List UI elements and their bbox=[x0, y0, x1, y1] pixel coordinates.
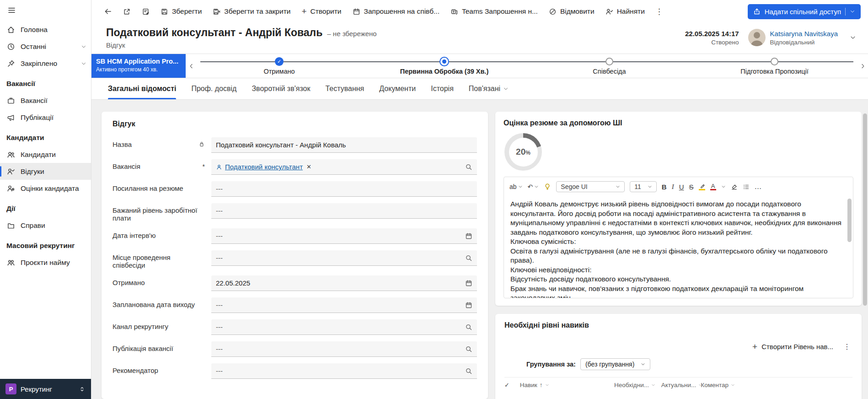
area-switcher[interactable]: P Рекрутинг bbox=[0, 379, 91, 399]
hamburger-menu-button[interactable] bbox=[0, 0, 91, 21]
stage-label: Отримано bbox=[263, 68, 295, 75]
reject-button[interactable]: Відмовити bbox=[544, 4, 600, 19]
underline-button[interactable]: U bbox=[679, 183, 684, 191]
select-all-checkbox[interactable]: ✓ bbox=[504, 382, 520, 388]
tab-history[interactable]: Історія bbox=[431, 78, 454, 99]
editor-scrollbar[interactable] bbox=[847, 199, 852, 242]
calendar-icon[interactable] bbox=[465, 280, 472, 287]
resume-link-field[interactable]: --- bbox=[211, 181, 477, 197]
back-button[interactable] bbox=[99, 4, 117, 19]
search-icon[interactable] bbox=[465, 163, 472, 171]
column-header-required[interactable]: Необхідни... bbox=[614, 382, 661, 388]
chevron-down-icon[interactable] bbox=[731, 383, 735, 387]
tab-feedback[interactable]: Зворотній зв'язок bbox=[252, 78, 310, 99]
column-header-actual[interactable]: Актуальни... bbox=[661, 382, 701, 388]
sidebar-section-mass-recruiting: Масовий рекрутинг bbox=[0, 234, 91, 254]
highlight-button[interactable] bbox=[699, 183, 705, 190]
chevron-down-icon[interactable] bbox=[721, 184, 726, 189]
clear-format-icon[interactable] bbox=[731, 183, 738, 190]
grouping-select[interactable]: (без групування) bbox=[580, 358, 650, 370]
page-scrollbar[interactable] bbox=[863, 113, 867, 306]
sidebar-item-responses[interactable]: Відгуки bbox=[0, 163, 91, 180]
desired-salary-field[interactable]: --- bbox=[211, 203, 477, 219]
owner-field[interactable]: Katsiaryna Navitskaya Відповідальний bbox=[748, 29, 838, 46]
sidebar-item-vacancies[interactable]: Вакансії bbox=[0, 92, 91, 109]
form-switcher-button[interactable] bbox=[137, 5, 155, 19]
search-icon[interactable] bbox=[465, 367, 472, 375]
field-value: Податковий консультант - Андрій Коваль bbox=[216, 141, 472, 149]
remove-chip-icon[interactable]: ✕ bbox=[305, 163, 312, 170]
bpf-stage-received[interactable]: ✓ Отримано bbox=[197, 56, 362, 78]
chevron-down-icon[interactable] bbox=[545, 383, 549, 387]
undo-button[interactable]: ↶ bbox=[528, 183, 539, 190]
teams-invite-button[interactable]: Teams Запрошення н... bbox=[445, 4, 543, 19]
popout-button[interactable] bbox=[118, 5, 136, 19]
sidebar-item-pinned[interactable]: Закріплено bbox=[0, 55, 91, 72]
chevron-down-icon[interactable] bbox=[81, 44, 86, 49]
save-and-close-button[interactable]: Зберегти та закрити bbox=[208, 4, 295, 19]
share-button[interactable]: Надати спільний доступ bbox=[748, 4, 861, 19]
bpf-stage-interview[interactable]: Співбесіда bbox=[527, 56, 692, 78]
referrer-field[interactable]: --- bbox=[211, 363, 477, 379]
avatar bbox=[748, 29, 766, 46]
bpf-scroll-left-button[interactable] bbox=[186, 54, 197, 78]
received-date-field[interactable]: 22.05.2025 bbox=[211, 275, 477, 291]
column-header-comment[interactable]: Коментар bbox=[701, 382, 852, 388]
save-button[interactable]: Зберегти bbox=[155, 4, 207, 19]
tab-experience[interactable]: Проф. досвід bbox=[191, 78, 236, 99]
font-family-select[interactable]: Segoe UI bbox=[556, 181, 625, 192]
bpf-stage-offer-preparation[interactable]: Підготовка Пропозиції bbox=[692, 56, 857, 78]
tab-related[interactable]: Пов'язані bbox=[469, 78, 509, 99]
more-options-icon[interactable]: … bbox=[755, 183, 762, 191]
chevron-down-icon[interactable] bbox=[81, 61, 86, 66]
new-record-button[interactable]: + Створити bbox=[296, 4, 346, 19]
sidebar-item-candidates[interactable]: Кандидати bbox=[0, 146, 91, 163]
chevron-down-icon[interactable] bbox=[651, 383, 655, 387]
calendar-icon[interactable] bbox=[465, 232, 472, 240]
search-icon[interactable] bbox=[465, 254, 472, 262]
name-field[interactable]: Податковий консультант - Андрій Коваль bbox=[211, 137, 477, 153]
planned-start-field[interactable]: --- bbox=[211, 297, 477, 313]
bpf-process-box[interactable]: SB HCM Application Pro... Активно протяг… bbox=[91, 54, 186, 78]
font-color-button[interactable]: A bbox=[710, 183, 716, 190]
create-skill-level-button[interactable]: + Створити Рівень нав... bbox=[752, 343, 833, 350]
vacancy-lookup-field[interactable]: Податковий консультант ✕ bbox=[211, 159, 477, 175]
hire-button[interactable]: Найняти bbox=[600, 4, 650, 19]
sidebar-item-cases[interactable]: Справи bbox=[0, 217, 91, 234]
calendar-icon[interactable] bbox=[465, 302, 472, 309]
search-icon[interactable] bbox=[465, 345, 472, 353]
tab-testing[interactable]: Тестування bbox=[325, 78, 364, 99]
lookup-chip[interactable]: Податковий консультант ✕ bbox=[216, 163, 461, 171]
more-commands-button[interactable]: ⋮ bbox=[651, 4, 668, 20]
column-header-skill[interactable]: Навик ↑ bbox=[520, 382, 614, 388]
owner-name[interactable]: Katsiaryna Navitskaya bbox=[770, 30, 838, 38]
search-icon[interactable] bbox=[465, 324, 472, 331]
sidebar-item-hiring-projects[interactable]: Проєкти найму bbox=[0, 254, 91, 271]
editor-content[interactable]: Андрій Коваль демонструє низький рівень … bbox=[504, 195, 853, 298]
tab-documents[interactable]: Документи bbox=[379, 78, 416, 99]
italic-button[interactable]: I bbox=[672, 183, 674, 191]
sidebar-item-recent[interactable]: Останні bbox=[0, 38, 91, 55]
font-size-select[interactable]: 11 bbox=[630, 181, 657, 192]
format-painter-button[interactable]: ab bbox=[509, 183, 523, 190]
more-commands-icon[interactable]: ⋮ bbox=[843, 342, 851, 351]
bpf-stage-primary-processing[interactable]: Первинна Обробка (39 Хв.) bbox=[362, 56, 527, 78]
lookup-chip-link[interactable]: Податковий консультант bbox=[225, 163, 303, 171]
bpf-scroll-right-button[interactable] bbox=[857, 54, 868, 78]
sidebar-item-home[interactable]: Головна bbox=[0, 21, 91, 38]
collapse-header-chevron[interactable] bbox=[850, 34, 856, 41]
bullet-list-icon[interactable] bbox=[743, 183, 750, 190]
vacancy-publication-field[interactable]: --- bbox=[211, 341, 477, 357]
interview-invite-button[interactable]: Запрошення на співб... bbox=[348, 4, 445, 19]
tab-general[interactable]: Загальні відомості bbox=[108, 78, 176, 99]
sidebar-item-candidate-ratings[interactable]: Оцінки кандидата bbox=[0, 180, 91, 197]
idea-icon[interactable] bbox=[544, 183, 551, 190]
bold-button[interactable]: B bbox=[662, 183, 667, 191]
interview-location-field[interactable]: --- bbox=[211, 250, 477, 266]
owner-role-label: Відповідальний bbox=[770, 39, 838, 46]
chevron-down-icon[interactable] bbox=[850, 9, 855, 14]
interview-date-field[interactable]: --- bbox=[211, 228, 477, 244]
sidebar-item-publications[interactable]: Публікації bbox=[0, 109, 91, 126]
recruiting-channel-field[interactable]: --- bbox=[211, 319, 477, 335]
strikethrough-button[interactable]: S bbox=[689, 183, 694, 191]
